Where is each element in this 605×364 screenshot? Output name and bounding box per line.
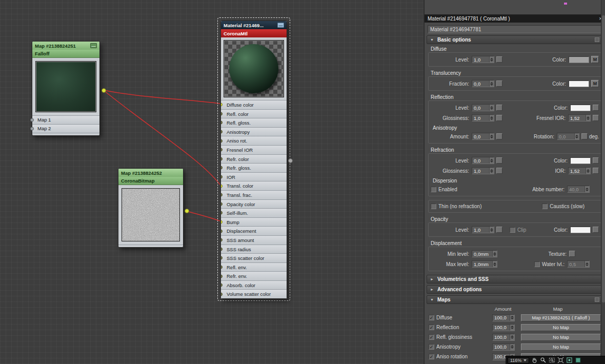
spinner-arrows[interactable]: [586, 115, 590, 121]
zoom-level-dropdown[interactable]: 116%: [508, 357, 529, 363]
input-socket[interactable]: [221, 166, 223, 170]
scrollbar-thumb[interactable]: [602, 15, 605, 302]
pan-to-selected-icon[interactable]: [575, 357, 581, 363]
input-socket[interactable]: [30, 127, 34, 131]
opacity-color-swatch[interactable]: [570, 227, 591, 233]
abbe-number-spinner[interactable]: 40,0: [567, 186, 590, 193]
collapse-node-button[interactable]: —: [90, 43, 97, 48]
corona-slot-anisotropy[interactable]: Anisotropy: [221, 127, 287, 136]
diffuse-level-map-slot[interactable]: [496, 56, 502, 63]
input-socket[interactable]: [221, 130, 223, 134]
corona-output-socket[interactable]: [288, 158, 293, 163]
refraction-color-map-slot[interactable]: [593, 157, 599, 164]
rollout-volumetrics-sss[interactable]: ► Volumetrics and SSS: [427, 275, 603, 284]
caustics-slow-checkbox[interactable]: [542, 204, 548, 209]
input-socket[interactable]: [30, 118, 34, 122]
opacity-clip-checkbox[interactable]: [510, 227, 515, 233]
corona-slot-self-illum[interactable]: Self-illum.: [221, 208, 287, 217]
opacity-level-map-slot[interactable]: [496, 227, 502, 233]
spinner-arrows[interactable]: [584, 186, 589, 192]
input-socket[interactable]: [221, 112, 223, 115]
corona-slot-fresnel-ior[interactable]: Fresnel IOR: [221, 145, 287, 154]
input-socket[interactable]: [221, 265, 223, 269]
rollout-maps[interactable]: ▼ Maps: [427, 295, 603, 304]
water-level-spinner[interactable]: 0,5: [567, 260, 590, 268]
bitmap-output-socket[interactable]: [185, 209, 189, 213]
anisotropy-amount-map-slot[interactable]: [496, 133, 502, 139]
input-socket[interactable]: [221, 139, 223, 143]
spinner-arrows[interactable]: [510, 315, 514, 321]
fresnel-ior-spinner[interactable]: 1,52: [568, 114, 591, 122]
corona-bitmap-node[interactable]: Map #2138824252 CoronaBitmap: [118, 168, 184, 248]
falloff-slot-map1[interactable]: Map 1: [32, 115, 99, 124]
corona-slot-diffuse-color[interactable]: Diffuse color: [221, 100, 287, 109]
zoom-extents-selected-icon[interactable]: [566, 357, 573, 363]
maps-reflection-amount-spinner[interactable]: 100,0: [492, 324, 515, 331]
input-socket[interactable]: [221, 211, 223, 215]
translucency-fraction-spinner[interactable]: 0,0: [472, 80, 494, 87]
input-socket[interactable]: [221, 238, 223, 242]
input-socket[interactable]: [221, 121, 223, 125]
input-socket[interactable]: [221, 256, 223, 260]
maps-diffuse-checkbox[interactable]: ✓: [429, 315, 434, 320]
displacement-texture-slot[interactable]: [569, 251, 575, 257]
node-title-bar[interactable]: Material #21469... —: [221, 21, 287, 29]
corona-slot-aniso-rot[interactable]: Aniso rot.: [221, 136, 287, 145]
corona-slot-refr-gloss[interactable]: Refr. gloss.: [221, 163, 287, 172]
spinner-arrows[interactable]: [510, 344, 514, 350]
input-socket[interactable]: [221, 202, 223, 206]
opacity-color-map-slot[interactable]: [593, 227, 599, 233]
spinner-arrows[interactable]: [489, 133, 494, 139]
displacement-min-spinner[interactable]: 0,0mm: [472, 250, 497, 257]
falloff-output-socket[interactable]: [102, 88, 106, 93]
maps-refl-glossiness-map-button[interactable]: No Map: [521, 334, 601, 341]
zoom-region-icon[interactable]: [549, 357, 555, 363]
refraction-level-spinner[interactable]: 0,0: [472, 157, 494, 164]
refraction-level-map-slot[interactable]: [496, 157, 502, 164]
zoom-icon[interactable]: [540, 357, 547, 363]
spinner-arrows[interactable]: [489, 80, 494, 87]
input-socket[interactable]: [221, 220, 223, 224]
opacity-level-spinner[interactable]: 1,0: [472, 226, 494, 233]
falloff-slot-map2[interactable]: Map 2: [32, 124, 99, 133]
spinner-arrows[interactable]: [489, 157, 494, 164]
rollout-advanced-options[interactable]: ► Advanced options: [427, 285, 603, 294]
translucency-color-swatch[interactable]: [569, 80, 589, 87]
corona-slot-transl-color[interactable]: Transl. color: [221, 181, 287, 190]
anisotropy-amount-spinner[interactable]: 0,0: [472, 133, 494, 140]
maps-anisotropy-checkbox[interactable]: ✓: [429, 344, 434, 350]
maps-diffuse-amount-spinner[interactable]: 100,0: [492, 314, 515, 321]
input-socket[interactable]: [221, 175, 223, 179]
maps-aniso-rotation-checkbox[interactable]: ✓: [429, 354, 434, 359]
falloff-node[interactable]: Map #2138824251 — Falloff Map 1 Map 2: [32, 41, 100, 136]
input-socket[interactable]: [221, 193, 223, 197]
thin-no-refraction-checkbox[interactable]: [431, 204, 436, 209]
material-sphere-preview[interactable]: [224, 40, 284, 97]
input-socket[interactable]: [221, 292, 223, 296]
input-socket[interactable]: [221, 157, 223, 160]
node-view[interactable]: Map #2138824251 — Falloff Map 1 Map 2 Ma…: [0, 0, 424, 364]
corona-slot-refl-gloss[interactable]: Refl. gloss.: [221, 118, 287, 127]
corona-slot-opacity-color[interactable]: Opacity color: [221, 199, 287, 209]
refraction-ior-spinner[interactable]: 1,52: [568, 167, 591, 174]
anisotropy-rotation-map-slot[interactable]: [581, 133, 588, 139]
rollout-basic-options[interactable]: ▼ Basic options: [427, 35, 603, 44]
corona-slot-sss-amount[interactable]: SSS amount: [221, 235, 287, 245]
corona-slot-refr-color[interactable]: Refr. color: [221, 154, 287, 164]
maps-reflection-checkbox[interactable]: ✓: [429, 325, 434, 330]
material-name-input[interactable]: Material #2146947781: [428, 25, 602, 33]
spinner-arrows[interactable]: [489, 115, 494, 121]
spinner-arrows[interactable]: [489, 227, 494, 233]
reflection-level-map-slot[interactable]: [496, 105, 502, 111]
corona-slot-displacement[interactable]: Displacement: [221, 226, 287, 235]
maps-refl-glossiness-checkbox[interactable]: ✓: [429, 334, 434, 340]
corona-mtl-node[interactable]: Material #21469... — CoronaMtl Diffuse c…: [220, 21, 287, 299]
refraction-glossiness-spinner[interactable]: 1,0: [472, 167, 494, 174]
node-title-bar[interactable]: Map #2138824251 —: [32, 42, 99, 50]
pan-hand-icon[interactable]: [531, 357, 538, 363]
diffuse-color-map-button[interactable]: M: [591, 56, 599, 63]
corona-slot-refr-env[interactable]: Refr. env.: [221, 271, 287, 280]
falloff-preview[interactable]: [35, 61, 96, 112]
corona-slot-bump[interactable]: Bump: [221, 217, 287, 227]
corona-slot-sss-scatter-color[interactable]: SSS scatter color: [221, 253, 287, 262]
